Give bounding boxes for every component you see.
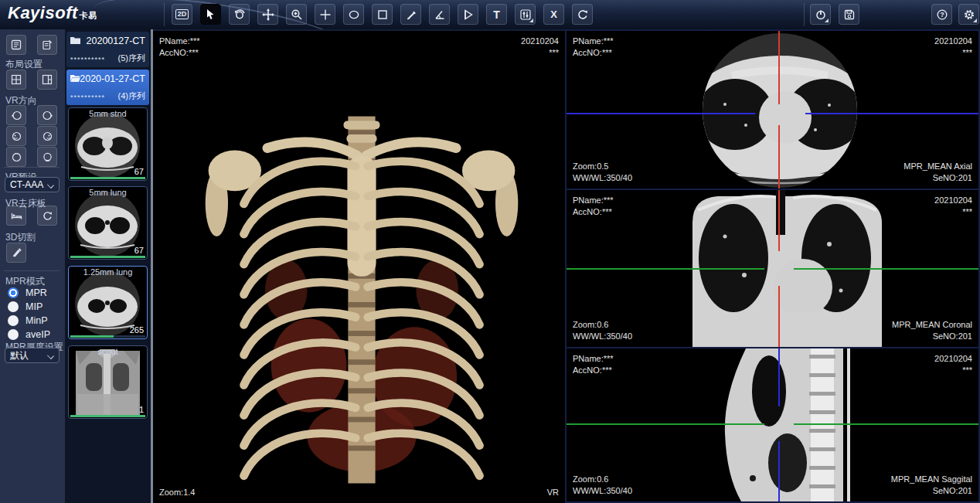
study-date: 20210204 (934, 353, 972, 365)
coronal-crosshair-horizontal[interactable] (567, 268, 764, 270)
masked-value: *** (521, 47, 559, 59)
power-button[interactable] (810, 4, 831, 25)
tool-angle-button[interactable] (429, 4, 450, 25)
vr-viewport[interactable]: PName:*** AccNO:*** 20210204 *** Zoom:1.… (153, 29, 565, 503)
power-icon (815, 8, 827, 21)
series-thumbnail-5mm-lung[interactable]: 5mm lung 67 (68, 186, 148, 260)
tool-reset-button[interactable] (572, 4, 593, 25)
pan-icon (262, 8, 274, 21)
tool-cobb-angle-button[interactable] (458, 4, 478, 25)
accession-number: AccNO:*** (573, 206, 614, 218)
vr-orient-right-button[interactable] (37, 126, 57, 146)
tool-cursor-button[interactable] (200, 4, 221, 25)
tool-crosshair-button[interactable] (315, 4, 335, 25)
tool-rotate-button[interactable] (229, 4, 250, 25)
study-item[interactable]: 20200127-CT ********** (5)序列 (66, 32, 149, 67)
radio-checked-icon (8, 287, 19, 298)
coronal-crosshair-horizontal[interactable] (794, 268, 978, 270)
mpr-view-axial[interactable]: PName:*** AccNO:*** 20210204 *** Zoom:0.… (565, 29, 980, 190)
vr-orient-left-button[interactable] (6, 126, 26, 146)
sagittal-crosshair-horizontal[interactable] (567, 423, 764, 425)
tool-pan-button[interactable] (257, 4, 278, 25)
patient-name: PName:*** (573, 36, 614, 47)
thumbnail-progress-fill (70, 177, 145, 179)
series-number: SeNO:201 (891, 485, 972, 497)
mpr-mode-option-mpr[interactable]: MPR (8, 287, 47, 299)
study-title: 2020-01-27-CT (80, 73, 145, 84)
coronal-crosshair-vertical[interactable] (778, 190, 780, 251)
tool-zoom-button[interactable] (286, 4, 307, 25)
mpr-thickness-select[interactable]: 默认 (5, 348, 60, 363)
mpr-option-label: aveIP (26, 329, 50, 340)
axial-crosshair-horizontal[interactable] (567, 113, 755, 114)
window-level: WW/WL:350/40 (573, 172, 632, 184)
info-panel-button[interactable] (6, 35, 26, 55)
window-level-icon (519, 8, 532, 21)
mpr-mode-option-minp[interactable]: MinP (8, 314, 47, 327)
delete-icon: X (550, 8, 557, 20)
head-facing-right-icon (42, 110, 53, 121)
axial-crosshair-vertical[interactable] (778, 125, 780, 189)
sagittal-crosshair-horizontal[interactable] (794, 423, 978, 425)
accession-number: AccNO:*** (159, 47, 200, 59)
axial-crosshair-vertical[interactable] (778, 31, 780, 104)
vr-orient-inferior-button[interactable] (37, 147, 57, 167)
layout-grid-2x2-button[interactable] (6, 70, 26, 90)
help-button[interactable]: ? (931, 4, 952, 25)
save-button[interactable] (839, 4, 859, 25)
mpr-view-coronal[interactable]: PName:*** AccNO:*** 20210204 *** Zoom:0.… (565, 189, 980, 348)
head-top-icon (11, 151, 22, 163)
scout-xray-thumbnail-image (69, 349, 147, 417)
series-thumbnail-1-25mm-lung[interactable]: 1.25mm lung 265 (68, 266, 148, 339)
cursor-icon (205, 8, 216, 20)
mpr-mode-option-aveip[interactable]: aveIP (8, 328, 50, 341)
layout-1x2-button[interactable] (37, 70, 57, 90)
mpr-mode-option-mip[interactable]: MIP (8, 301, 43, 313)
series-thumbnail-scout[interactable]: scout 1 (68, 345, 148, 419)
tool-2d-view-button[interactable]: 2D (172, 4, 192, 25)
left-sidebar: 布局设置 VR方向 (0, 29, 65, 503)
patient-name: PName:*** (573, 195, 614, 206)
tool-window-level-button[interactable] (515, 4, 536, 25)
bed-removal-reset-button[interactable] (37, 206, 57, 226)
series-panel: 20200127-CT ********** (5)序列 2020-01-27-… (65, 29, 151, 503)
window-level: WW/WL:350/40 (573, 331, 632, 342)
sagittal-crosshair-vertical[interactable] (778, 441, 780, 501)
axial-crosshair-horizontal[interactable] (805, 113, 978, 114)
settings-button[interactable] (958, 4, 979, 25)
tool-text-button[interactable]: T (486, 4, 507, 25)
study-series-count: (4)序列 (118, 90, 145, 102)
folder-closed-icon (70, 36, 81, 45)
thumbnail-progress-fill (70, 415, 145, 417)
vr-orient-posterior-button[interactable] (37, 105, 57, 125)
coronal-crosshair-vertical[interactable] (778, 286, 780, 347)
mpr-view-sagittal[interactable]: PName:*** AccNO:*** 20210204 *** Zoom:0.… (565, 347, 980, 503)
bed-removal-button[interactable] (6, 206, 26, 226)
sagittal-crosshair-vertical[interactable] (778, 348, 780, 406)
vr-orient-anterior-button[interactable] (6, 105, 26, 125)
report-button[interactable] (37, 35, 57, 55)
tool-measure-button[interactable] (400, 4, 421, 25)
series-thumbnail-5mm-stnd[interactable]: 5mm stnd 67 (68, 107, 148, 181)
chevron-down-icon (47, 182, 54, 189)
study-series-count: (5)序列 (118, 53, 145, 64)
study-title: 20200127-CT (87, 36, 145, 46)
tool-rectangle-button[interactable] (372, 4, 393, 25)
mpr-overlay-topleft: PName:*** AccNO:*** (573, 353, 614, 376)
tool-ellipse-button[interactable] (343, 4, 364, 25)
study-patient-masked: ********** (70, 93, 105, 101)
scalpel-icon (11, 247, 22, 259)
radio-icon (8, 329, 19, 340)
cut-3d-button[interactable] (6, 243, 26, 263)
study-item-selected[interactable]: 2020-01-27-CT ********** (4)序列 (66, 70, 149, 105)
tool-delete-button[interactable]: X (543, 4, 564, 25)
vr-preset-select[interactable]: CT-AAA (5, 177, 60, 192)
accession-number: AccNO:*** (573, 47, 614, 59)
ct-viewer-app: Kayisoft卡易 2D (0, 0, 980, 503)
vr-orient-superior-button[interactable] (6, 147, 26, 167)
report-icon (42, 39, 53, 50)
mpr-option-label: MPR (26, 287, 47, 298)
accession-number: AccNO:*** (573, 365, 614, 376)
reset-icon (577, 8, 589, 21)
mpr-overlay-bottomleft: Zoom:0.6 WW/WL:350/40 (573, 474, 632, 497)
